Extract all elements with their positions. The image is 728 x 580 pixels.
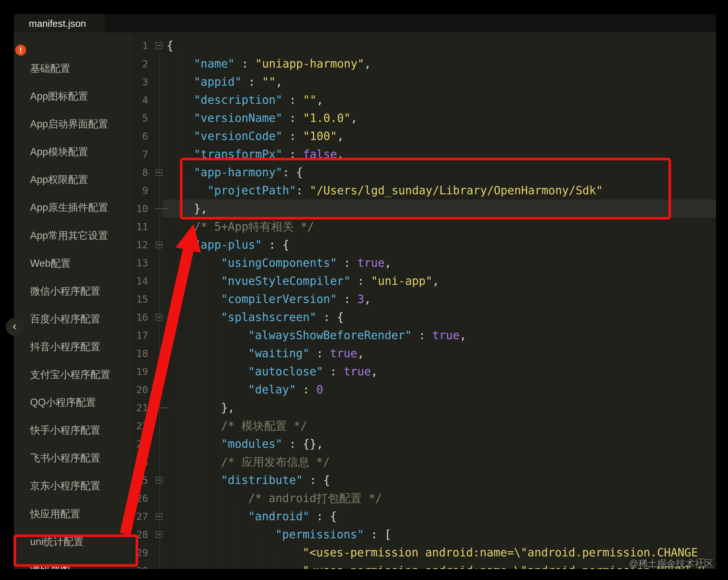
code-line[interactable]: 26/* android打包配置 */ bbox=[130, 489, 716, 507]
code-line[interactable]: 10}, bbox=[130, 199, 716, 218]
line-number: 10 bbox=[130, 199, 148, 218]
code-line[interactable]: 27"android" : { bbox=[130, 507, 716, 525]
code-line[interactable]: 3"appid" : "", bbox=[130, 73, 716, 91]
code-line[interactable]: 13"usingComponents" : true, bbox=[130, 254, 716, 272]
code-text: /* 5+App特有相关 */ bbox=[166, 218, 716, 236]
sidebar-item[interactable]: 基础配置 bbox=[14, 55, 130, 82]
line-number: 3 bbox=[130, 73, 148, 91]
code-line[interactable]: 17"alwaysShowBeforeRender" : true, bbox=[130, 326, 716, 344]
sidebar-item[interactable]: 京东小程序配置 bbox=[14, 472, 130, 500]
code-line[interactable]: 19"autoclose" : true, bbox=[130, 362, 716, 381]
line-number: 28 bbox=[130, 525, 148, 544]
code-line[interactable]: 9"projectPath": "/Users/lgd_sunday/Libra… bbox=[130, 182, 716, 199]
sidebar-item[interactable]: 源码视图 bbox=[14, 556, 130, 569]
sidebar-item[interactable]: Web配置 bbox=[14, 250, 130, 277]
code-line[interactable]: 30"<uses-permission android:name=\"andro… bbox=[130, 561, 716, 569]
fold-spacer bbox=[153, 417, 168, 435]
code-line[interactable]: 12"app-plus" : { bbox=[130, 236, 716, 254]
sidebar-item-label: QQ小程序配置 bbox=[30, 397, 96, 408]
code-text: "nvueStyleCompiler" : "uni-app", bbox=[166, 272, 716, 290]
code-line[interactable]: 6"versionCode" : "100", bbox=[130, 127, 716, 145]
sidebar-item[interactable]: App启动界面配置 bbox=[14, 110, 130, 138]
code-line[interactable]: 22/* 模块配置 */ bbox=[130, 417, 716, 435]
code-text: "projectPath": "/Users/lgd_sunday/Librar… bbox=[166, 182, 716, 199]
code-line[interactable]: 1{ bbox=[130, 36, 716, 55]
code-text: "android" : { bbox=[166, 507, 716, 525]
fold-spacer bbox=[153, 127, 168, 145]
sidebar-item-label: App启动界面配置 bbox=[30, 118, 108, 130]
sidebar-item[interactable]: App图标配置 bbox=[14, 82, 130, 110]
code-line[interactable]: 7"transformPx" : false, bbox=[130, 145, 716, 163]
sidebar-item[interactable]: QQ小程序配置 bbox=[14, 389, 130, 416]
sidebar-item[interactable]: uni统计配置 bbox=[14, 528, 130, 556]
sidebar-item[interactable]: 百度小程序配置 bbox=[14, 305, 130, 333]
sidebar-item-label: App原生插件配置 bbox=[30, 202, 108, 213]
code-line[interactable]: 8"app-harmony": { bbox=[130, 163, 716, 182]
config-sidebar: ! 基础配置App图标配置App启动界面配置App模块配置App权限配置App原… bbox=[14, 32, 130, 569]
code-line[interactable]: 21}, bbox=[130, 398, 716, 417]
sidebar-item[interactable]: 微信小程序配置 bbox=[14, 277, 130, 305]
fold-toggle-icon[interactable] bbox=[153, 236, 168, 254]
code-line[interactable]: 24/* 应用发布信息 */ bbox=[130, 453, 716, 471]
code-line[interactable]: 20"delay" : 0 bbox=[130, 381, 716, 398]
code-text: "compilerVersion" : 3, bbox=[166, 290, 716, 308]
code-text: "app-harmony": { bbox=[166, 163, 716, 182]
fold-spacer bbox=[153, 561, 168, 569]
code-line[interactable]: 4"description" : "", bbox=[130, 91, 716, 109]
code-lines: 1{2"name" : "uniapp-harmony",3"appid" : … bbox=[130, 36, 716, 569]
code-text: "versionName" : "1.0.0", bbox=[166, 109, 716, 127]
line-number: 27 bbox=[130, 507, 148, 525]
line-number: 24 bbox=[130, 453, 148, 471]
code-line[interactable]: 18"waiting" : true, bbox=[130, 344, 716, 362]
fold-toggle-icon[interactable] bbox=[153, 525, 168, 544]
code-line[interactable]: 15"compilerVersion" : 3, bbox=[130, 290, 716, 308]
code-line[interactable]: 2"name" : "uniapp-harmony", bbox=[130, 55, 716, 73]
sidebar-item-label: 快手小程序配置 bbox=[30, 424, 100, 436]
sidebar-item[interactable]: App权限配置 bbox=[14, 166, 130, 194]
sidebar-item-label: App图标配置 bbox=[30, 90, 88, 102]
sidebar-item[interactable]: 快应用配置 bbox=[14, 500, 130, 528]
sidebar-item[interactable]: App原生插件配置 bbox=[14, 194, 130, 221]
sidebar-item[interactable]: App模块配置 bbox=[14, 138, 130, 166]
line-number: 21 bbox=[130, 398, 148, 417]
code-line[interactable]: 23"modules" : {}, bbox=[130, 435, 716, 453]
fold-spacer bbox=[153, 145, 168, 163]
fold-toggle-icon[interactable] bbox=[153, 163, 168, 182]
code-line[interactable]: 29"<uses-permission android:name=\"andro… bbox=[130, 544, 716, 561]
line-number: 2 bbox=[130, 55, 148, 73]
tab-manifest-json[interactable]: manifest.json bbox=[14, 14, 105, 32]
line-number: 7 bbox=[130, 145, 148, 163]
sidebar-item[interactable]: 支付宝小程序配置 bbox=[14, 361, 130, 389]
fold-spacer bbox=[153, 290, 168, 308]
code-line[interactable]: 14"nvueStyleCompiler" : "uni-app", bbox=[130, 272, 716, 290]
line-number: 4 bbox=[130, 91, 148, 109]
code-line[interactable]: 11/* 5+App特有相关 */ bbox=[130, 218, 716, 236]
code-text: "name" : "uniapp-harmony", bbox=[166, 55, 716, 73]
fold-toggle-icon[interactable] bbox=[153, 507, 168, 525]
sidebar-collapse-button[interactable]: ‹ bbox=[6, 318, 23, 336]
fold-toggle-icon[interactable] bbox=[153, 308, 168, 326]
code-line[interactable]: 16"splashscreen" : { bbox=[130, 308, 716, 326]
line-number: 30 bbox=[130, 561, 148, 569]
code-text: "alwaysShowBeforeRender" : true, bbox=[166, 326, 716, 344]
fold-toggle-icon[interactable] bbox=[153, 471, 168, 489]
fold-toggle-icon[interactable] bbox=[153, 36, 168, 55]
fold-spacer bbox=[153, 91, 168, 109]
line-number: 11 bbox=[130, 218, 148, 236]
sidebar-item[interactable]: 快手小程序配置 bbox=[14, 416, 130, 444]
code-text: "transformPx" : false, bbox=[166, 145, 716, 163]
fold-spacer bbox=[153, 326, 168, 344]
code-line[interactable]: 5"versionName" : "1.0.0", bbox=[130, 109, 716, 127]
code-line[interactable]: 25"distribute" : { bbox=[130, 471, 716, 489]
code-line[interactable]: 28"permissions" : [ bbox=[130, 525, 716, 544]
sidebar-item[interactable]: App常用其它设置 bbox=[14, 222, 130, 250]
screenshot-root: manifest.json ! 基础配置App图标配置App启动界面配置App模… bbox=[0, 0, 728, 580]
line-number: 29 bbox=[130, 544, 148, 561]
code-text: /* 模块配置 */ bbox=[166, 417, 716, 435]
sidebar-item-label: 支付宝小程序配置 bbox=[30, 369, 110, 380]
sidebar-item[interactable]: 飞书小程序配置 bbox=[14, 444, 130, 472]
code-text: "app-plus" : { bbox=[166, 236, 716, 254]
fold-spacer bbox=[153, 453, 168, 471]
sidebar-item[interactable]: 抖音小程序配置 bbox=[14, 333, 130, 361]
fold-spacer bbox=[153, 182, 168, 199]
